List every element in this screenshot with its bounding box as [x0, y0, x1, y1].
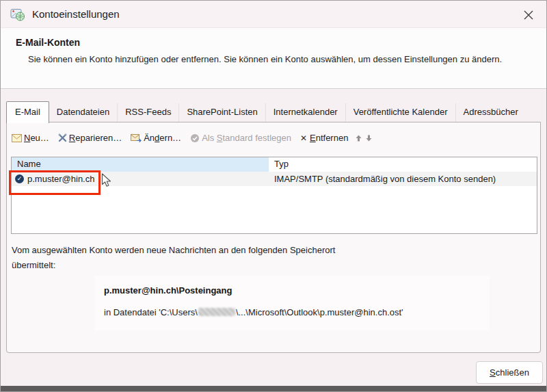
account-name: p.muster@hin.ch: [27, 174, 94, 184]
change-mail-icon: [131, 134, 142, 142]
window-title: Kontoeinstellungen: [32, 8, 120, 20]
remove-x-icon: ✕: [300, 133, 307, 143]
close-icon: [524, 10, 533, 20]
page-title: E-Mail-Konten: [16, 37, 546, 48]
column-header-name[interactable]: Name: [12, 157, 269, 172]
account-type-cell: IMAP/SMTP (standardmäßig von diesem Kont…: [269, 174, 537, 184]
close-dialog-button[interactable]: Schließen: [476, 361, 543, 384]
change-account-button[interactable]: Ändern…: [131, 133, 181, 143]
accounts-toolbar: Neu… Reparieren… Ändern…: [12, 133, 372, 143]
tab-strip: E-Mail Datendateien RSS-Feeds SharePoint…: [6, 101, 526, 122]
delivery-path: p.muster@hin.ch\Posteingang: [104, 285, 232, 296]
repair-account-button[interactable]: Reparieren…: [58, 133, 122, 143]
remove-account-label: Entfernen: [310, 133, 348, 143]
column-header-type[interactable]: Typ: [269, 157, 537, 172]
window-bottom-edge: [1, 386, 546, 391]
remove-account-button[interactable]: ✕ Entfernen: [300, 133, 348, 143]
window-close-button[interactable]: [520, 7, 537, 23]
repair-tools-icon: [58, 133, 67, 142]
default-account-check-icon: ✓: [15, 174, 24, 183]
titlebar: Kontoeinstellungen: [1, 1, 546, 28]
default-check-icon: [190, 133, 200, 143]
reorder-arrows: [356, 135, 372, 142]
arrow-up-icon: [356, 135, 362, 142]
page-description: Sie können ein Konto hinzufügen oder ent…: [28, 54, 519, 64]
new-mail-icon: [12, 134, 22, 142]
tab-rss-feeds[interactable]: RSS-Feeds: [117, 103, 178, 122]
tab-adressbuecher[interactable]: Adressbücher: [455, 103, 526, 122]
set-default-button[interactable]: Als Standard festlegen: [190, 133, 291, 143]
change-account-label: Ändern…: [144, 133, 181, 143]
delivery-path-panel: [94, 276, 490, 330]
dialog-header: E-Mail-Konten Sie können ein Konto hinzu…: [1, 28, 546, 89]
move-down-button[interactable]: [366, 135, 372, 142]
repair-account-label: Reparieren…: [69, 133, 122, 143]
account-row[interactable]: ✓ p.muster@hin.ch IMAP/SMTP (standardmäß…: [12, 172, 537, 186]
account-settings-dialog: Kontoeinstellungen E-Mail-Konten Sie kön…: [0, 0, 547, 392]
email-tab-page: Neu… Reparieren… Ändern…: [6, 122, 541, 353]
account-name-cell[interactable]: ✓ p.muster@hin.ch: [12, 174, 269, 184]
arrow-down-icon: [366, 135, 372, 142]
tab-veroeffentlichte-kalender[interactable]: Veröffentlichte Kalender: [345, 103, 455, 122]
redacted-username: [198, 308, 235, 316]
tab-internetkalender[interactable]: Internetkalender: [265, 103, 345, 122]
tab-datendateien[interactable]: Datendateien: [49, 103, 117, 122]
accounts-list-header: Name Typ: [12, 157, 537, 172]
mouse-cursor-icon: [101, 173, 111, 187]
new-account-label: Neu…: [24, 133, 49, 143]
move-up-button[interactable]: [356, 135, 362, 142]
tab-sharepoint-listen[interactable]: SharePoint-Listen: [178, 103, 265, 122]
accounts-list: Name Typ ✓ p.muster@hin.ch IMAP/SMTP (st…: [11, 157, 537, 234]
tab-email[interactable]: E-Mail: [6, 101, 49, 123]
new-account-button[interactable]: Neu…: [12, 133, 49, 143]
outlook-account-settings-icon: [10, 7, 25, 22]
set-default-label: Als Standard festlegen: [202, 133, 291, 143]
delivery-info-text: Vom ausgewählten Konto werden neue Nachr…: [12, 243, 335, 273]
datafile-path: in Datendatei 'C:\Users\\...\Microsoft\O…: [104, 307, 403, 317]
